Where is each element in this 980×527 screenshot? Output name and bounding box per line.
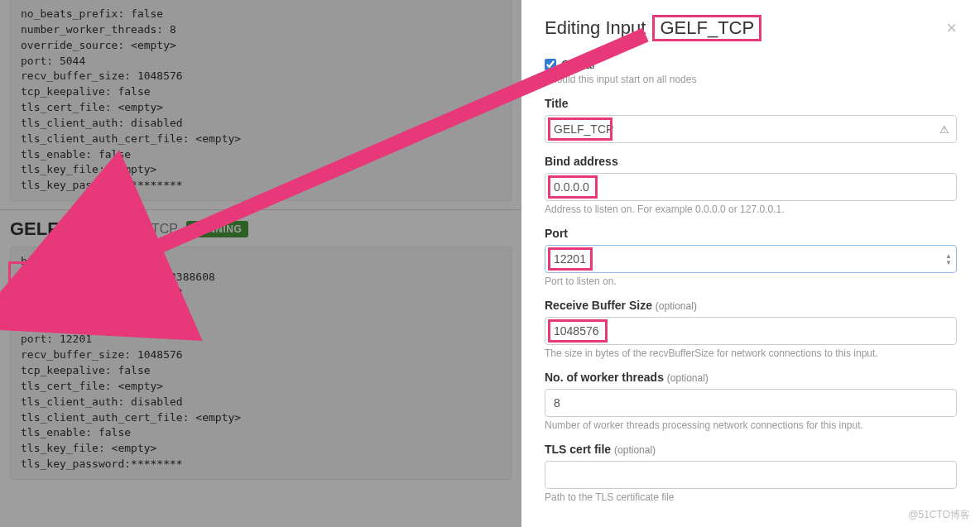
- recv-buffer-label: Receive Buffer Size (optional): [545, 299, 957, 312]
- config-line: tls_enable: false: [21, 425, 501, 441]
- input-header: GELF_TCP GELF TCP RUNNING: [0, 209, 521, 247]
- port-help: Port to listen on.: [545, 275, 957, 287]
- config-line: recv_buffer_size: 1048576: [21, 347, 501, 363]
- config-line: bind_address: 0.0.0.0: [21, 254, 501, 270]
- title-label: Title: [545, 97, 957, 110]
- background-panel: no_beats_prefix: falsenumber_worker_thre…: [0, 0, 521, 527]
- port-input[interactable]: [545, 245, 957, 273]
- recv-buffer-help: The size in bytes of the recvBufferSize …: [545, 347, 957, 359]
- config-line: tls_cert_file: <empty>: [21, 379, 501, 395]
- config-line: tls_client_auth: disabled: [21, 116, 501, 132]
- config-line: decompress_size_limit: 8388608: [21, 270, 501, 285]
- config-line: tls_client_auth: disabled: [21, 395, 501, 410]
- config-line: port: 5044: [21, 54, 501, 69]
- modal-title-prefix: Editing Input: [545, 17, 646, 38]
- worker-threads-label: No. of worker threads (optional): [545, 371, 957, 384]
- close-icon[interactable]: ×: [946, 17, 957, 39]
- config-block-upper: no_beats_prefix: falsenumber_worker_thre…: [10, 0, 512, 201]
- config-line: tls_cert_file: <empty>: [21, 100, 501, 116]
- bind-address-help: Address to listen on. For example 0.0.0.…: [545, 204, 957, 215]
- config-line: recv_buffer_size: 1048576: [21, 69, 501, 84]
- worker-threads-input[interactable]: [545, 389, 957, 417]
- warning-icon: ⚠: [939, 123, 949, 136]
- edit-input-modal: Editing Input GELF_TCP × Global Should t…: [521, 0, 980, 527]
- worker-threads-help: Number of worker threads processing netw…: [545, 419, 957, 431]
- port-label: Port: [545, 227, 957, 240]
- config-line: no_beats_prefix: false: [21, 7, 501, 22]
- bind-address-input[interactable]: [545, 173, 957, 201]
- global-checkbox-label: Global: [561, 58, 594, 71]
- recv-buffer-input[interactable]: [545, 317, 957, 345]
- title-input[interactable]: [545, 115, 957, 143]
- config-line: port: 12201: [21, 332, 501, 347]
- config-line: tls_client_auth_cert_file: <empty>: [21, 410, 501, 426]
- config-line: tcp_keepalive: false: [21, 84, 501, 100]
- config-line: tls_enable: false: [21, 147, 501, 163]
- config-line: tcp_keepalive: false: [21, 363, 501, 379]
- modal-title: Editing Input GELF_TCP: [545, 15, 761, 41]
- config-line: tls_key_file: <empty>: [21, 441, 501, 457]
- config-line: number_worker_threads: 8: [21, 301, 501, 317]
- modal-title-input-name: GELF_TCP: [652, 15, 761, 41]
- config-line: number_worker_threads: 8: [21, 22, 501, 38]
- global-checkbox[interactable]: [545, 59, 556, 70]
- bind-address-label: Bind address: [545, 155, 957, 168]
- global-help-text: Should this input start on all nodes: [545, 74, 957, 85]
- config-line: tls_client_auth_cert_file: <empty>: [21, 132, 501, 147]
- tls-cert-input[interactable]: [545, 461, 957, 489]
- port-spinner[interactable]: ▲▼: [945, 253, 952, 266]
- tls-cert-label: TLS cert file (optional): [545, 443, 957, 456]
- config-line: tls_key_password:********: [21, 178, 501, 194]
- status-badge: RUNNING: [186, 221, 249, 237]
- config-block-lower: bind_address: 0.0.0.0decompress_size_lim…: [10, 247, 512, 480]
- tls-cert-help: Path to the TLS certificate file: [545, 491, 957, 503]
- input-type: GELF TCP: [113, 222, 178, 237]
- config-line: override_source: <empty>: [21, 317, 501, 333]
- config-line: max_message_size: 2097152: [21, 285, 501, 301]
- config-line: tls_key_password:********: [21, 457, 501, 472]
- watermark: @51CTO博客: [908, 508, 970, 522]
- input-name: GELF_TCP: [10, 218, 105, 240]
- config-line: override_source: <empty>: [21, 38, 501, 54]
- config-line: tls_key_file: <empty>: [21, 162, 501, 178]
